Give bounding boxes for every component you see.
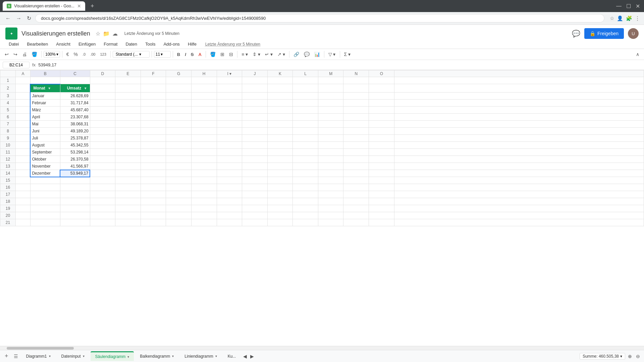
- cell-B2-header[interactable]: Monat ▼: [30, 84, 60, 93]
- cloud-icon[interactable]: ☁: [112, 31, 118, 37]
- rotate-button[interactable]: ↗ ▾: [275, 50, 287, 58]
- cell-O2[interactable]: [369, 84, 394, 93]
- cell-F1[interactable]: [141, 77, 166, 84]
- menu-format[interactable]: Format: [100, 40, 121, 48]
- col-header-J[interactable]: J: [242, 70, 267, 77]
- sheet-tab-dateninput-arrow[interactable]: ▾: [83, 354, 85, 358]
- cell-I1[interactable]: [217, 77, 242, 84]
- format-type-selector[interactable]: Standard (... ▾: [113, 51, 150, 58]
- sheet-tab-dateninput[interactable]: Dateninput ▾: [57, 352, 89, 361]
- cell-A2[interactable]: [16, 84, 31, 93]
- cell-N2[interactable]: [343, 84, 369, 93]
- sheet-tab-saeulendiagramm-arrow[interactable]: ▾: [127, 355, 129, 359]
- cell-B10[interactable]: August: [30, 142, 60, 149]
- cell-L1[interactable]: [293, 77, 318, 84]
- cell-C6[interactable]: 23.307,68: [60, 114, 90, 121]
- cell-C11[interactable]: 53.298,14: [60, 149, 90, 156]
- functions-button[interactable]: Σ ▾: [342, 50, 353, 58]
- col-header-H[interactable]: H: [191, 70, 217, 77]
- bold-button[interactable]: B: [175, 51, 182, 58]
- scrollbar-thumb[interactable]: [7, 347, 74, 350]
- row-header-14[interactable]: 14: [0, 170, 16, 177]
- url-input[interactable]: docs.google.com/spreadsheets/d/16sZAG8C1…: [35, 14, 604, 22]
- sheet-list-button[interactable]: ☰: [12, 354, 20, 359]
- cell-H2[interactable]: [191, 84, 217, 93]
- cell-C7[interactable]: 38.068,31: [60, 121, 90, 128]
- sum-dropdown[interactable]: Summe: 460.505,38 ▾: [580, 353, 625, 360]
- cell-G1[interactable]: [166, 77, 192, 84]
- align-v-button[interactable]: ⇕ ▾: [251, 50, 262, 58]
- sheet-tab-liniendiagramm[interactable]: Liniendiagramm ▾: [180, 352, 221, 361]
- row-header-20[interactable]: 20: [0, 212, 16, 219]
- cell-C9[interactable]: 25.378,87: [60, 135, 90, 142]
- sheet-tab-balkendiagramm-arrow[interactable]: ▾: [172, 354, 174, 358]
- row-header-13[interactable]: 13: [0, 163, 16, 170]
- sheet-tab-saeulendiagramm[interactable]: Säulendiagramm ▾: [91, 351, 134, 361]
- row-header-9[interactable]: 9: [0, 135, 16, 142]
- link-button[interactable]: 🔗: [291, 50, 301, 58]
- col-header-D[interactable]: D: [90, 70, 115, 77]
- cell-B13[interactable]: November: [30, 163, 60, 170]
- cell-B9[interactable]: Juli: [30, 135, 60, 142]
- menu-datei[interactable]: Datei: [5, 40, 22, 48]
- col-header-A[interactable]: A: [16, 70, 31, 77]
- text-color-button[interactable]: A: [196, 51, 203, 58]
- cell-A1[interactable]: [16, 77, 31, 84]
- menu-icon[interactable]: ⋮: [635, 15, 640, 21]
- reload-button[interactable]: ↻: [25, 15, 33, 21]
- cell-B7[interactable]: Mai: [30, 121, 60, 128]
- row-header-8[interactable]: 8: [0, 128, 16, 135]
- paint-format-button[interactable]: 🪣: [30, 50, 39, 58]
- cell-C3[interactable]: 26.628,69: [60, 93, 90, 100]
- grid-container[interactable]: A B C D E F G H I ▾ J K L M N O: [0, 70, 644, 346]
- sheet-tab-diagramm1[interactable]: Diagramm1 ▾: [21, 352, 55, 361]
- print-button[interactable]: 🖨: [20, 50, 29, 58]
- expand-button[interactable]: ⊕: [627, 354, 633, 359]
- star-icon[interactable]: ☆: [96, 31, 100, 37]
- col-header-O[interactable]: O: [369, 70, 394, 77]
- menu-daten[interactable]: Daten: [122, 40, 141, 48]
- cell-D2[interactable]: [90, 84, 115, 93]
- comments-button[interactable]: 💬: [572, 29, 580, 38]
- cell-B11[interactable]: September: [30, 149, 60, 156]
- back-button[interactable]: ←: [4, 15, 12, 21]
- merge-button[interactable]: ⊟: [227, 50, 235, 58]
- cell-rest1[interactable]: [394, 77, 644, 84]
- currency-button[interactable]: €: [64, 50, 71, 58]
- cell-K1[interactable]: [267, 77, 293, 84]
- toolbar-collapse-button[interactable]: ∧: [634, 50, 641, 58]
- cell-B5[interactable]: März: [30, 107, 60, 114]
- monat-filter-icon[interactable]: ▼: [48, 86, 51, 90]
- sheet-tab-balkendiagramm[interactable]: Balkendiagramm ▾: [135, 352, 178, 361]
- col-header-E[interactable]: E: [115, 70, 141, 77]
- row-header-19[interactable]: 19: [0, 205, 16, 212]
- row-header-1[interactable]: 1: [0, 77, 16, 84]
- cell-B6[interactable]: April: [30, 114, 60, 121]
- user-avatar[interactable]: U: [628, 28, 639, 39]
- browser-tab[interactable]: S Visualisierungen erstellen - Goo... ✕: [3, 1, 85, 11]
- align-h-button[interactable]: ≡ ▾: [239, 50, 250, 58]
- cell-L2[interactable]: [293, 84, 318, 93]
- decimal-dec-button[interactable]: .0: [80, 51, 88, 58]
- cell-O1[interactable]: [369, 77, 394, 84]
- zoom-selector[interactable]: 100% ▾: [44, 51, 60, 58]
- col-header-F[interactable]: F: [141, 70, 166, 77]
- row-header-18[interactable]: 18: [0, 198, 16, 205]
- close-button[interactable]: ✕: [634, 3, 641, 9]
- cell-I2[interactable]: [217, 84, 242, 93]
- cell-C1[interactable]: [60, 77, 90, 84]
- add-sheet-button[interactable]: +: [3, 353, 10, 360]
- row-header-5[interactable]: 5: [0, 107, 16, 114]
- italic-button[interactable]: I: [183, 51, 188, 58]
- sheet-tab-ku[interactable]: Ku...: [223, 352, 241, 361]
- menu-bearbeiten[interactable]: Bearbeiten: [23, 40, 51, 48]
- cell-B14[interactable]: Dezember: [30, 170, 60, 177]
- decimal-inc-button[interactable]: .00: [88, 51, 97, 58]
- cell-M1[interactable]: [318, 77, 343, 84]
- sheet-tab-diagramm1-arrow[interactable]: ▾: [49, 354, 51, 358]
- borders-button[interactable]: ⊞: [218, 50, 226, 58]
- cell-B1[interactable]: [30, 77, 60, 84]
- cell-H1[interactable]: [191, 77, 217, 84]
- sheet-tab-liniendiagramm-arrow[interactable]: ▾: [215, 354, 217, 358]
- horizontal-scrollbar[interactable]: [0, 346, 644, 350]
